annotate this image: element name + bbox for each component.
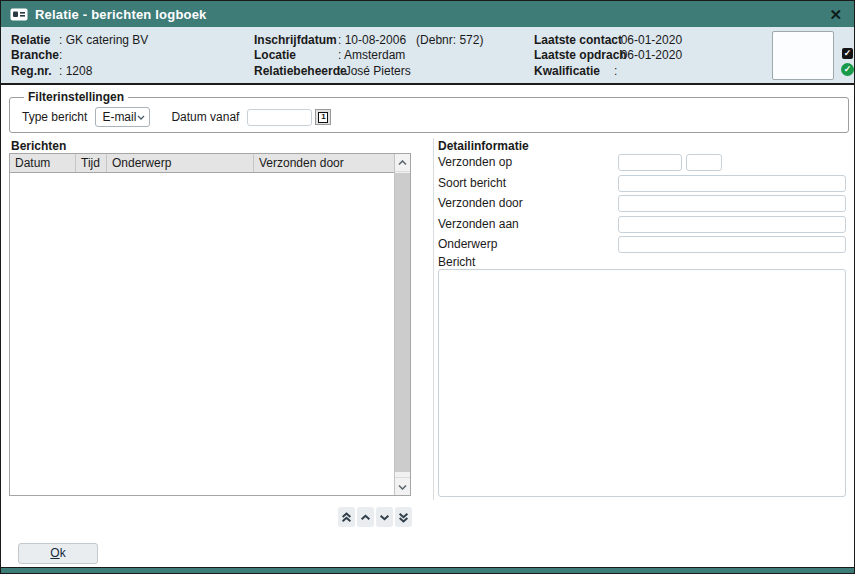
title-bar: Relatie - berichten logboek ✕: [1, 1, 854, 27]
laatste-opdracht-value: : 06-01-2020: [614, 48, 682, 62]
detail-title: Detailinformatie: [438, 139, 529, 153]
onderwerp-input[interactable]: [618, 236, 846, 253]
inschrijfdatum-value: : 10-08-2006 (Debnr: 572): [338, 33, 483, 47]
last-record-button[interactable]: [395, 507, 412, 527]
filter-row: Type bericht E-mail Datum vanaf 1: [22, 106, 848, 128]
window-title: Relatie - berichten logboek: [35, 7, 207, 22]
calendar-picker-button[interactable]: 1: [315, 109, 331, 125]
column-header-datum[interactable]: Datum: [10, 154, 76, 172]
berichten-list-header: Datum Tijd Onderwerp Verzonden door: [10, 154, 394, 173]
next-record-button[interactable]: [376, 507, 393, 527]
previous-record-button[interactable]: [357, 507, 374, 527]
panel-divider: [433, 138, 434, 500]
inschrijfdatum-label: Inschrijfdatum: [254, 33, 338, 47]
header-col-left: Relatie: GK catering BV Branche: Reg.nr.…: [11, 32, 148, 79]
kwalificatie-value: :: [614, 64, 617, 78]
laatste-opdracht-label: Laatste opdrach: [534, 48, 614, 62]
branche-value: :: [59, 48, 62, 62]
verzonden-op-time-input[interactable]: [686, 154, 722, 171]
list-scrollbar[interactable]: [394, 154, 410, 495]
scrollbar-thumb[interactable]: [395, 173, 410, 472]
filter-settings-group: Filterinstellingen Type bericht E-mail D…: [9, 90, 849, 133]
berichten-list[interactable]: Datum Tijd Onderwerp Verzonden door: [9, 153, 411, 496]
column-header-verzonden-door[interactable]: Verzonden door: [254, 154, 394, 172]
header-col-right: Laatste contact: 06-01-2020 Laatste opdr…: [534, 32, 682, 79]
laatste-contact-label: Laatste contact: [534, 33, 614, 47]
ok-button[interactable]: Ok: [18, 543, 98, 564]
column-header-onderwerp[interactable]: Onderwerp: [107, 154, 254, 172]
first-record-button[interactable]: [338, 507, 355, 527]
regnr-label: Reg.nr.: [11, 64, 59, 78]
verzonden-door-input[interactable]: [618, 195, 846, 212]
record-navigation: [338, 507, 412, 527]
kwalificatie-label: Kwalificatie: [534, 64, 614, 78]
verzonden-op-date-input[interactable]: [618, 154, 682, 171]
relatiebeheerder-value: : José Pieters: [338, 64, 411, 78]
type-bericht-select[interactable]: E-mail: [95, 107, 150, 127]
berichten-title: Berichten: [11, 139, 66, 153]
datum-vanaf-label: Datum vanaf: [171, 110, 239, 124]
ok-button-label: Ok: [50, 546, 65, 560]
verzonden-aan-label: Verzonden aan: [438, 216, 519, 233]
verzonden-aan-input[interactable]: [618, 216, 846, 233]
locatie-value: : Amsterdam: [338, 48, 405, 62]
verzonden-door-label: Verzonden door: [438, 195, 523, 212]
window-bottom-strip: [1, 567, 854, 573]
verzonden-op-label: Verzonden op: [438, 154, 512, 171]
relation-info-header: Relatie: GK catering BV Branche: Reg.nr.…: [1, 27, 854, 85]
relatie-value: : GK catering BV: [59, 33, 148, 47]
header-col-middle: Inschrijfdatum: 10-08-2006 (Debnr: 572) …: [254, 32, 483, 79]
chevron-down-icon: [137, 115, 145, 120]
status-ok-icon[interactable]: ✓: [841, 63, 854, 76]
close-icon[interactable]: ✕: [826, 6, 845, 23]
type-bericht-selected-value: E-mail: [102, 110, 136, 124]
calendar-icon: 1: [318, 112, 328, 123]
bericht-textarea[interactable]: [438, 269, 846, 497]
type-bericht-label: Type bericht: [22, 110, 87, 124]
dialog-window: Relatie - berichten logboek ✕ Relatie: G…: [0, 0, 855, 574]
header-checkbox-icon[interactable]: ✓: [842, 48, 853, 59]
photo-placeholder: [772, 31, 834, 80]
locatie-label: Locatie: [254, 48, 338, 62]
soort-bericht-label: Soort bericht: [438, 175, 506, 192]
relatie-label: Relatie: [11, 33, 59, 47]
regnr-value: : 1208: [59, 64, 92, 78]
onderwerp-label: Onderwerp: [438, 236, 497, 253]
column-header-tijd[interactable]: Tijd: [76, 154, 107, 172]
scroll-down-icon[interactable]: [395, 477, 410, 495]
relatiebeheerder-label: Relatiebeheerde: [254, 64, 338, 78]
soort-bericht-input[interactable]: [618, 175, 846, 192]
laatste-contact-value: : 06-01-2020: [614, 33, 682, 47]
filter-legend: Filterinstellingen: [24, 90, 128, 104]
berichten-list-body[interactable]: [10, 173, 394, 495]
contact-card-icon: [10, 8, 28, 21]
datum-vanaf-input[interactable]: [247, 109, 312, 126]
scroll-up-icon[interactable]: [395, 154, 410, 172]
branche-label: Branche: [11, 48, 59, 62]
